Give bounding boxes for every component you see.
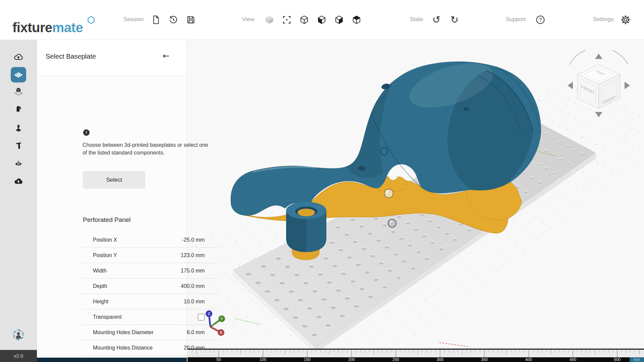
session-label: Session <box>123 16 144 23</box>
sidebar-item-orient-part[interactable] <box>11 84 26 99</box>
property-list: Position X-25.0 mmPosition Y123.0 mmWidt… <box>83 232 218 356</box>
back-arrow-icon[interactable]: ← <box>163 51 169 61</box>
boss-hole <box>298 209 315 217</box>
property-label: Mounting Holes Diameter <box>93 329 187 336</box>
ruler-label: 150 <box>304 357 311 362</box>
version-badge: v2.0 <box>0 350 37 362</box>
cube-right-icon[interactable] <box>333 14 345 25</box>
logo-text-mate: mate <box>52 20 83 35</box>
property-row: Mounting Holes Distance20.0 mm <box>83 340 218 356</box>
redo-icon[interactable]: ↻ <box>449 14 460 25</box>
app-header: fixturemate Session View State ↺↻ Suppor… <box>0 0 644 40</box>
section-title: Perforated Panel <box>83 216 131 224</box>
new-file-icon[interactable] <box>150 14 162 25</box>
ruler-label: 100 <box>260 357 266 362</box>
panel-header: Select Baseplate ← <box>37 40 187 76</box>
property-value[interactable]: 123.0 mm <box>181 252 205 258</box>
select-baseplate-button[interactable]: Select <box>83 171 145 189</box>
view-up-arrow[interactable] <box>595 54 602 59</box>
property-value[interactable]: -25.0 mm <box>182 237 205 243</box>
ruler-label: 500 <box>614 357 621 362</box>
cube-top-icon[interactable] <box>351 14 362 25</box>
property-row: Position X-25.0 mm <box>83 232 218 248</box>
panel-bottom-bar <box>37 358 187 362</box>
property-label: Depth <box>93 283 181 289</box>
property-row: Mounting Holes Diameter6.0 mm <box>83 325 218 340</box>
view-cube[interactable]: TOPFRONTRIGHT <box>568 50 630 117</box>
help-icon[interactable]: ? <box>535 14 546 25</box>
ruler-label: 400 <box>525 357 532 362</box>
undo-icon[interactable]: ↺ <box>431 14 442 25</box>
property-row: Depth400.0 mm <box>83 279 218 294</box>
measurement-ruler: 50100150200250300350400450500mm <box>187 349 644 362</box>
property-label: Position Y <box>93 252 181 258</box>
x-axis-dash <box>439 343 469 347</box>
logo-text-fixture: fixture <box>12 20 52 35</box>
sidebar-item-supports[interactable] <box>11 121 26 136</box>
solid-cube-icon[interactable] <box>264 14 275 25</box>
property-value[interactable]: 20.0 mm <box>184 345 205 351</box>
property-value[interactable]: 175.0 mm <box>181 268 205 274</box>
rotate-cw-arc[interactable] <box>612 50 628 64</box>
panel-description: Choose between 3d-printed baseplates or … <box>83 141 214 157</box>
sidebar-item-clamps[interactable] <box>11 138 26 154</box>
sidebar-item-pocket[interactable] <box>11 101 26 117</box>
view-right-arrow[interactable] <box>625 82 630 89</box>
cube-left-icon[interactable] <box>316 14 327 25</box>
3d-viewport[interactable]: TOPFRONTRIGHTZYX 50100150200250300350400… <box>187 40 644 362</box>
ruler-unit-label[interactable]: mm <box>633 357 640 362</box>
settings-label: Settings <box>593 16 613 23</box>
property-label: Height <box>93 299 184 305</box>
info-icon: i <box>83 129 90 136</box>
app-logo: fixturemate <box>12 9 95 29</box>
sidebar-item-export[interactable] <box>11 173 26 189</box>
user-account-icon[interactable] <box>12 328 25 341</box>
history-icon[interactable] <box>168 14 179 25</box>
svg-text:X: X <box>220 330 222 335</box>
baseplate-panel: Select Baseplate ← i Choose between 3d-p… <box>37 40 187 362</box>
tool-sidebar: v2.0 <box>0 40 37 362</box>
marker-sphere-beige[interactable] <box>384 189 393 198</box>
property-row: Transparent <box>83 309 218 325</box>
sidebar-item-upload-model[interactable] <box>11 49 26 65</box>
ruler-label: 200 <box>348 357 355 362</box>
panel-title: Select Baseplate <box>46 53 96 60</box>
marker-sphere-gray[interactable] <box>388 219 396 227</box>
sidebar-item-select-baseplate[interactable] <box>11 67 26 82</box>
transparent-checkbox[interactable] <box>198 314 205 320</box>
property-row: Height10.0 mm <box>83 294 218 309</box>
gear-icon[interactable] <box>620 14 631 25</box>
view-down-arrow[interactable] <box>595 112 602 117</box>
property-value[interactable]: 400.0 mm <box>181 283 205 289</box>
property-label: Mounting Holes Distance <box>93 345 184 351</box>
property-value[interactable]: 10.0 mm <box>184 299 205 305</box>
ruler-label: 350 <box>481 357 488 362</box>
property-label: Position X <box>93 237 182 243</box>
logo-hexagon-icon <box>87 9 95 29</box>
state-label: State <box>410 16 423 23</box>
support-label: Support <box>506 16 526 23</box>
svg-text:Y: Y <box>220 317 223 321</box>
property-label: Transparent <box>93 314 198 320</box>
ruler-label: 250 <box>392 357 399 362</box>
wire-cube-icon[interactable] <box>299 14 310 25</box>
ruler-label: 50 <box>216 357 221 362</box>
property-row: Position Y123.0 mm <box>83 248 218 263</box>
rotate-ccw-arc[interactable] <box>570 50 585 65</box>
svg-text:?: ? <box>539 17 542 23</box>
view-left-arrow[interactable] <box>568 82 573 89</box>
y-axis-dash <box>235 318 261 324</box>
view-label: View <box>242 16 255 23</box>
property-label: Width <box>93 268 181 274</box>
focus-icon[interactable] <box>281 14 292 25</box>
save-icon[interactable] <box>185 14 197 25</box>
property-value[interactable]: 6.0 mm <box>187 329 205 336</box>
sidebar-item-labels[interactable] <box>11 156 26 171</box>
property-row: Width175.0 mm <box>83 263 218 279</box>
ruler-label: 300 <box>437 357 443 362</box>
ruler-label: 450 <box>570 357 576 362</box>
3d-scene-canvas[interactable]: TOPFRONTRIGHTZYX <box>187 40 644 349</box>
